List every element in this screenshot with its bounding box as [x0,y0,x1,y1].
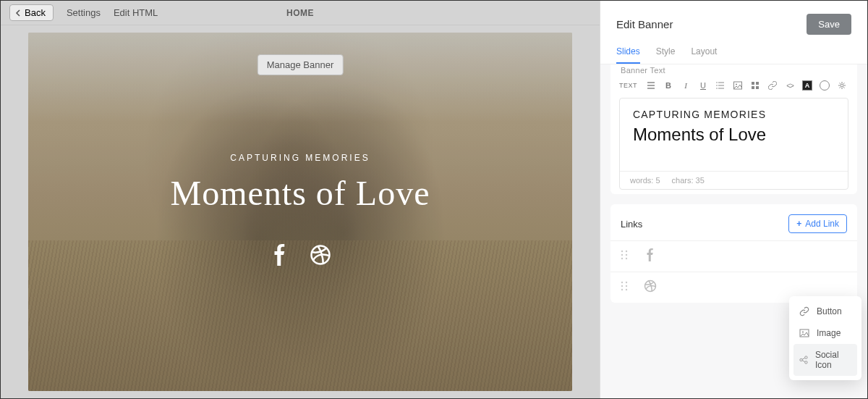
tab-layout[interactable]: Layout [691,42,717,64]
popover-option-social[interactable]: Social Icon [793,344,857,376]
svg-point-21 [621,289,623,290]
banner-headline: Moments of Love [171,173,430,213]
svg-point-16 [626,258,627,259]
links-panel: Links + Add Link [610,204,857,303]
edit-sidebar: Edit Banner Save Slides Style Layout Ban… [600,1,867,398]
svg-point-20 [626,285,627,287]
settings-link[interactable]: Settings [67,7,101,18]
word-count: words: 5 [630,176,660,185]
align-icon[interactable] [646,80,656,91]
banner-text-label: Banner Text [610,64,857,75]
svg-point-18 [626,282,627,283]
add-link-label: Add Link [805,219,839,229]
share-icon [799,355,808,365]
svg-point-10 [841,84,843,87]
svg-rect-8 [752,86,754,89]
svg-point-15 [621,258,623,259]
svg-rect-7 [756,82,759,85]
image-icon[interactable] [733,80,743,91]
grid-icon[interactable] [750,80,760,91]
svg-rect-9 [756,86,759,89]
svg-rect-6 [752,82,754,85]
tab-slides[interactable]: Slides [616,42,640,64]
text-editor[interactable]: CAPTURING MEMORIES Moments of Love words… [619,98,848,190]
font-color-icon[interactable]: A [802,80,812,91]
svg-point-22 [626,289,627,290]
svg-point-1 [716,82,718,83]
svg-point-27 [800,358,802,361]
dribbble-icon [644,280,657,295]
popover-option-image[interactable]: Image [793,322,857,344]
text-toolbar: TEXT B I U <> A [610,75,857,95]
link-row-facebook[interactable] [610,240,857,272]
color-swatch-icon[interactable] [820,80,830,91]
back-button[interactable]: Back [9,4,54,21]
underline-icon[interactable]: U [698,80,708,91]
facebook-icon [644,248,657,264]
code-icon[interactable]: <> [785,80,795,91]
banner-text-panel: Banner Text TEXT B I U <> A [610,64,857,194]
svg-point-28 [805,361,807,364]
banner-caption: CAPTURING MEMORIES [230,153,370,163]
back-label: Back [25,7,46,18]
edit-html-link[interactable]: Edit HTML [114,7,158,18]
svg-point-12 [626,251,627,252]
svg-point-17 [621,282,623,283]
chevron-left-icon [14,9,22,17]
drag-handle-icon[interactable] [621,250,628,263]
toolbar-label: TEXT [619,82,637,89]
editor-headline: Moments of Love [633,125,835,145]
svg-point-11 [621,251,623,252]
save-button[interactable]: Save [807,14,851,35]
list-icon[interactable] [715,80,726,91]
add-link-popover: Button Image Social Icon [789,296,861,380]
svg-point-2 [716,85,718,86]
editor-eyebrow: CAPTURING MEMORIES [633,109,835,120]
settings-gear-icon[interactable] [837,80,847,91]
links-title: Links [621,219,642,230]
facebook-icon[interactable] [269,242,291,271]
manage-banner-button[interactable]: Manage Banner [258,54,344,75]
svg-point-3 [716,88,718,89]
svg-point-25 [802,332,804,333]
svg-point-19 [621,285,623,287]
image-icon [799,328,809,338]
svg-point-13 [621,254,623,256]
popover-button-label: Button [817,306,842,316]
drag-handle-icon[interactable] [621,281,628,294]
svg-point-5 [736,84,737,85]
char-count: chars: 35 [672,176,705,185]
svg-point-14 [626,254,627,256]
popover-image-label: Image [817,328,841,338]
popover-social-label: Social Icon [815,350,851,370]
dribbble-icon[interactable] [310,242,331,271]
italic-icon[interactable]: I [681,80,691,91]
link-icon[interactable] [767,80,778,91]
plus-icon: + [796,219,801,229]
bold-icon[interactable]: B [663,80,673,91]
banner-preview[interactable]: Manage Banner CAPTURING MEMORIES Moments… [28,33,572,391]
tab-style[interactable]: Style [656,42,676,64]
svg-point-26 [805,356,807,358]
link-icon [799,306,809,316]
add-link-button[interactable]: + Add Link [788,214,847,233]
sidebar-title: Edit Banner [616,18,673,30]
popover-option-button[interactable]: Button [793,301,857,322]
